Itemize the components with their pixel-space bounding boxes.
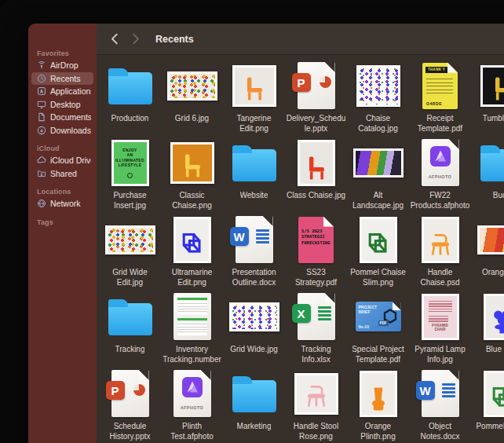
file-name: Tumble Mo (483, 114, 504, 124)
file-icon-box (347, 368, 409, 419)
forward-button[interactable] (126, 30, 145, 49)
sidebar-item-applications[interactable]: Applications (31, 85, 93, 98)
file-item-inventory-tracking-numbers[interactable]: Inventory Tracking.numbers (161, 291, 223, 368)
file-name: Website (240, 191, 268, 201)
file-name: Tracking (115, 345, 145, 355)
sidebar-item-documents[interactable]: Documents (31, 111, 93, 124)
file-icon-box (285, 368, 347, 419)
file-item-orange-hig[interactable]: Orange Hig (471, 214, 504, 291)
numbers-file-icon (173, 293, 211, 340)
image-thumbnail (477, 225, 504, 254)
file-item-grid-wide-edit-jpg[interactable]: Grid Wide Edit.jpg (99, 214, 161, 291)
file-item-budg[interactable]: Budg (471, 137, 504, 214)
file-item-tracking[interactable]: Tracking (99, 291, 161, 368)
sidebar-item-label: Documents (50, 112, 91, 122)
file-icon-box: PROJECTBRIEFPDFNo.03 (347, 291, 409, 342)
pdf-file-icon: S/S 2023STRATEGICFORECASTING (298, 217, 334, 263)
back-button[interactable] (104, 30, 123, 49)
file-item-receipt-template-pdf[interactable]: THANK YO4RDEReceipt Template.pdf (409, 60, 471, 137)
sidebar-item-icloud-drive[interactable]: iCloud Drive (31, 154, 93, 167)
file-item-handle-stool-rose-png[interactable]: Handle Stool Rose.png (285, 368, 347, 443)
file-name: Budg (493, 191, 504, 201)
file-item-grid-wide-jpg[interactable]: Grid Wide.jpg (223, 291, 285, 368)
file-icon-box: ENJOYANILLUMINATEDLIFESTYLE (99, 137, 161, 189)
file-icon-box (471, 214, 504, 265)
file-item-purchase-insert-jpg[interactable]: ENJOYANILLUMINATEDLIFESTYLEPurchase Inse… (99, 137, 161, 214)
sidebar-item-desktop[interactable]: Desktop (31, 98, 93, 112)
file-icon-box: S/S 2023STRATEGICFORECASTING (285, 214, 347, 265)
sidebar-item-downloads[interactable]: Downloads (31, 124, 93, 137)
file-item-ss23-strategy-pdf[interactable]: S/S 2023STRATEGICFORECASTINGSS23 Strateg… (285, 214, 347, 291)
sidebar-item-airdrop[interactable]: AirDrop (31, 59, 93, 72)
file-item-object-notes-docx[interactable]: WObject Notes.docx (409, 368, 471, 443)
file-name: Handle Chaise.psd (410, 268, 470, 287)
image-thumbnail (356, 65, 400, 107)
file-item-pommel-chaise-slim-png[interactable]: Pommel Chaise Slim.png (347, 214, 409, 291)
sidebar-item-label: Applications (50, 86, 91, 96)
file-name: Pommel Chaise Slim.png (348, 268, 408, 287)
file-item-production[interactable]: Production (99, 60, 161, 137)
file-name: Inventory Tracking.numbers (162, 345, 222, 365)
clock-icon (37, 74, 46, 83)
sidebar-item-recents[interactable]: Recents (31, 72, 93, 86)
file-item-delivery-schedule-pptx[interactable]: PDelivery_Schedule.pptx (285, 60, 347, 137)
image-thumbnail (232, 65, 276, 107)
text-lines-glyph (256, 229, 269, 243)
file-item-orange-plinth-png[interactable]: Orange Plinth.png (347, 368, 409, 443)
file-icon-box: THANK YO4RDE (409, 60, 471, 112)
chevron-left-icon (110, 33, 119, 45)
content-area: ProductionGrid 6.jpgTangerine Edit.pngPD… (97, 55, 504, 443)
file-icon-box (471, 291, 504, 342)
file-item-fw22-products-afphoto[interactable]: AFPHOTOFW22 Products.afphoto (409, 137, 471, 214)
file-item-special-project-template-pdf[interactable]: PROJECTBRIEFPDFNo.03Special Project Temp… (347, 291, 409, 368)
image-thumbnail (484, 371, 504, 417)
image-thumbnail (173, 217, 211, 263)
file-item-classic-chaise-png[interactable]: Classic Chaise.png (161, 137, 223, 214)
file-item-blue-cha[interactable]: Blue Cha (471, 291, 504, 368)
file-item-marketing[interactable]: Marketing (223, 368, 285, 443)
shared-folder-icon (37, 169, 46, 178)
pie-chart-glyph (320, 76, 331, 88)
file-item-schedule-history-pptx[interactable]: PSchedule History.pptx (99, 368, 161, 443)
file-item-plinth-test-afphoto[interactable]: AFPHOTOPlinth Test.afphoto (161, 368, 223, 443)
file-item-tangerine-edit-png[interactable]: Tangerine Edit.png (223, 60, 285, 137)
file-grid: ProductionGrid 6.jpgTangerine Edit.pngPD… (99, 60, 504, 443)
file-item-alt-landscape-jpg[interactable]: Alt Landscape.jpg (347, 137, 409, 214)
file-name: Handle Stool Rose.png (286, 422, 346, 441)
image-thumbnail (298, 140, 335, 186)
folder-icon (108, 303, 152, 335)
file-icon-box: X (285, 291, 347, 342)
file-icon-box (223, 291, 285, 342)
file-item-ultramarine-edit-png[interactable]: Ultramarine Edit.png (161, 214, 223, 291)
file-item-pommel-deep[interactable]: Pommel Deep. (471, 368, 504, 443)
window-title: Recents (155, 34, 194, 45)
text-lines-glyph (318, 306, 331, 320)
file-icon-box: W (223, 214, 285, 265)
pptx-file-icon: P (111, 370, 149, 417)
file-item-chaise-catalog-jpg[interactable]: Chaise Catalog.jpg (347, 60, 409, 137)
sidebar: FavoritesAirDropRecentsApplicationsDeskt… (28, 24, 97, 443)
file-icon-box: AFPHOTO (161, 368, 223, 419)
file-item-handle-chaise-psd[interactable]: Handle Chaise.psd (409, 214, 471, 291)
sidebar-item-label: Recents (50, 74, 81, 83)
file-item-tracking-info-xlsx[interactable]: XTracking Info.xlsx (285, 291, 347, 368)
file-item-class-chaise-jpg[interactable]: Class Chaise.jpg (285, 137, 347, 214)
file-item-presentation-outline-docx[interactable]: WPresentation Outline.docx (223, 214, 285, 291)
file-item-pyramid-lamp-info-jpg[interactable]: PYRAMIDCHAIRPyramid Lamp Info.jpg (409, 291, 471, 368)
sidebar-item-label: iCloud Drive (50, 156, 91, 165)
file-item-website[interactable]: Website (223, 137, 285, 214)
file-name: Ultramarine Edit.png (162, 268, 222, 287)
file-item-grid-6-jpg[interactable]: Grid 6.jpg (161, 60, 223, 137)
toolbar: Recents (97, 24, 504, 55)
file-name: Pyramid Lamp Info.jpg (410, 345, 470, 364)
afphoto-file-icon: AFPHOTO (422, 139, 459, 186)
file-item-tumble-mo[interactable]: Tumble Mo (471, 60, 504, 137)
desktop-icon (37, 100, 46, 109)
file-icon-box (161, 60, 223, 112)
image-thumbnail (167, 71, 217, 101)
file-icon-box (347, 137, 409, 189)
cloud-icon (37, 156, 46, 165)
sidebar-item-shared[interactable]: Shared (31, 167, 93, 181)
sidebar-item-label: AirDrop (50, 60, 79, 70)
sidebar-item-network[interactable]: Network (31, 197, 93, 211)
